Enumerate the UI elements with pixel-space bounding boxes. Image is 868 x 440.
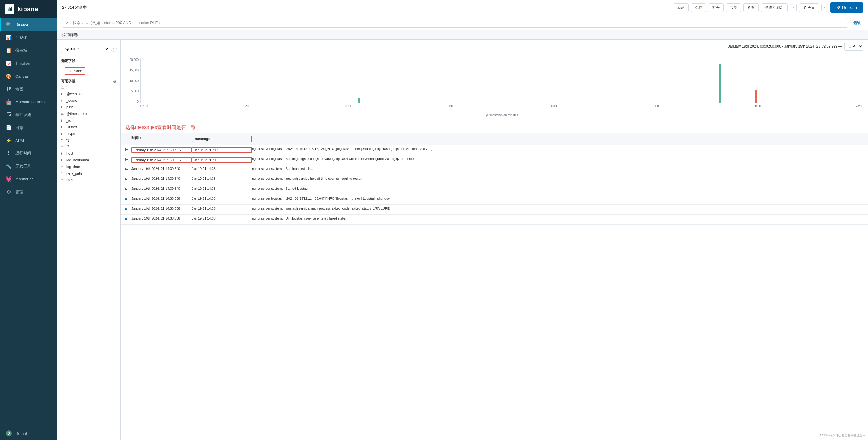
table-row: ▶ January 19th 2024, 21:14:38.638 Jan 19… (121, 195, 868, 205)
inspect-button[interactable]: 检查 (743, 3, 758, 12)
sidebar-item-logs[interactable]: 📄 日志 (0, 121, 57, 134)
table-row: ▶ January 19th 2024, 21:14:39.640 Jan 19… (121, 175, 868, 185)
time-cell-4: January 19th 2024, 21:14:39.640 (131, 177, 192, 180)
watermark: CSDN @为什么老是名字验证占用 (820, 433, 866, 438)
field-item-path[interactable]: t path (57, 104, 120, 110)
table-row-main: ▶ January 19th 2024, 21:14:39.640 Jan 19… (121, 175, 868, 184)
sidebar: kibana 🔍 Discover 📊 可视化 📋 仪表板 📈 Timelion… (0, 0, 57, 440)
sidebar-item-uptime-label: 运行时间 (16, 150, 31, 156)
field-item-f2[interactable]: ? f2 (57, 144, 120, 150)
share-button[interactable]: 共享 (726, 3, 741, 12)
sidebar-item-devtools-label: 开发工具 (16, 164, 31, 169)
chart-bar-1 (358, 98, 360, 103)
sidebar-item-default[interactable]: D Default (0, 427, 57, 440)
add-filter-button[interactable]: 添加筛选 + (62, 32, 82, 38)
index-selector: system-* ‹ (57, 42, 120, 56)
logo: kibana (0, 0, 57, 18)
sidebar-item-discover[interactable]: 🔍 Discover (0, 18, 57, 31)
time-cell-8: January 19th 2024, 21:14:38.638 (131, 216, 192, 220)
filter-bar: 添加筛选 + (57, 30, 868, 40)
sidebar-item-ml-label: Machine Learning (16, 100, 46, 104)
field-item-f1[interactable]: ? f1 (57, 137, 120, 144)
sidebar-item-monitoring-label: Monitoring (16, 177, 34, 181)
field-item-tags[interactable]: ? tags (57, 177, 120, 183)
devtools-icon: 🔧 (6, 163, 12, 169)
time-cell-3: January 19th 2024, 21:14:39.640 (131, 167, 192, 170)
apm-icon: ⚡ (6, 138, 12, 143)
selected-field-message[interactable]: message (64, 67, 85, 75)
maps-icon: 🗺 (6, 87, 12, 92)
sidebar-item-infra[interactable]: 🏗 基础设施 (0, 108, 57, 121)
refresh-button[interactable]: ↺ Refresh (830, 2, 863, 13)
toolbar: 27,614 次命中 新建 保存 打开 共享 检查 ↺ 自动刷新 ‹ ⏱ 今日 … (57, 0, 868, 15)
collapse-panel-button[interactable]: ‹ (111, 46, 117, 52)
expand-row-button[interactable]: ▶ (125, 167, 131, 171)
expand-row-button[interactable]: ▶ (125, 147, 131, 151)
content-cell-7: nginx-server systemd: logstash.service: … (252, 207, 863, 210)
discover-icon: 🔍 (6, 22, 12, 27)
sidebar-item-ml[interactable]: 🤖 Machine Learning (0, 96, 57, 108)
field-item-type[interactable]: t _type (57, 130, 120, 137)
field-item-new-path[interactable]: ? new_path (57, 170, 120, 177)
field-item-id[interactable]: t _id (57, 117, 120, 124)
expand-row-button[interactable]: ▶ (125, 217, 131, 221)
logs-icon: 📄 (6, 125, 12, 130)
sidebar-item-timelion[interactable]: 📈 Timelion (0, 57, 57, 70)
table-row-main: ▶ January 19th 2024, 21:15:17.765 Jan 19… (121, 145, 868, 155)
content-area: system-* ‹ 选定字段 message 可用字段 ⚙ 常用 t @ver… (57, 40, 868, 440)
field-item-log-hostname[interactable]: t log_hostname (57, 157, 120, 164)
sidebar-item-uptime[interactable]: ⏱ 运行时间 (0, 147, 57, 160)
message-header: message (192, 136, 252, 142)
sidebar-item-apm[interactable]: ⚡ APM (0, 134, 57, 147)
sidebar-item-monitoring[interactable]: 💓 Monitoring (0, 173, 57, 185)
hit-count: 27,614 次命中 (62, 5, 87, 10)
field-item-log-time[interactable]: ? log_time (57, 164, 120, 170)
field-item-version[interactable]: t @version (57, 91, 120, 97)
content-cell-2: nginx-server logstash: Sending Logstash … (252, 157, 863, 161)
field-item-score[interactable]: # _score (57, 97, 120, 104)
content-cell-4: nginx-server systemd: logstash.service h… (252, 177, 863, 180)
expand-row-button[interactable]: ▶ (125, 187, 131, 191)
sidebar-item-dashboard-label: 仪表板 (16, 48, 27, 53)
time-cell-6: January 19th 2024, 21:14:38.638 (131, 197, 192, 200)
field-item-timestamp[interactable]: ◎ @timestamp (57, 110, 120, 117)
open-button[interactable]: 打开 (709, 3, 723, 12)
next-button[interactable]: › (821, 4, 828, 11)
table-row-main: ▶ January 19th 2024, 21:15:11.750 Jan 19… (121, 155, 868, 165)
time-cell-5: January 19th 2024, 21:14:39.640 (131, 187, 192, 190)
dashboard-icon: 📋 (6, 47, 12, 53)
content-cell-1: nginx-server logstash: [2024-01-19T21:15… (252, 147, 863, 150)
field-item-index[interactable]: t _index (57, 124, 120, 130)
sidebar-item-default-label: Default (16, 431, 28, 436)
auto-refresh-button[interactable]: ↺ 自动刷新 (761, 3, 787, 12)
search-options-button[interactable]: 选项 (850, 20, 863, 26)
table-row-main: ▶ January 19th 2024, 21:14:39.640 Jan 19… (121, 185, 868, 195)
search-input[interactable] (62, 18, 848, 28)
sidebar-item-apm-label: APM (16, 138, 24, 143)
expand-row-button[interactable]: ▶ (125, 197, 131, 201)
sidebar-item-maps[interactable]: 🗺 地图 (0, 83, 57, 96)
save-button[interactable]: 保存 (691, 3, 706, 12)
expand-row-button[interactable]: ▶ (125, 177, 131, 181)
sidebar-item-devtools[interactable]: 🔧 开发工具 (0, 160, 57, 173)
date-range-text: January 19th 2024, 00:00:00.000 - Januar… (728, 44, 842, 48)
new-button[interactable]: 新建 (674, 3, 689, 12)
sidebar-item-management[interactable]: ⚙ 管理 (0, 185, 57, 199)
sidebar-item-canvas[interactable]: 🎨 Canvas (0, 70, 57, 83)
clock-today-button[interactable]: ⏱ 今日 (799, 3, 819, 12)
monitoring-icon: 💓 (6, 176, 12, 182)
expand-row-button[interactable]: ▶ (125, 207, 131, 210)
date-auto-select[interactable]: 自动 (844, 42, 863, 50)
msg-cell-3: Jan 19 21:14:38 (192, 167, 252, 170)
sidebar-item-dashboard[interactable]: 📋 仪表板 (0, 44, 57, 57)
sidebar-item-visualize[interactable]: 📊 可视化 (0, 31, 57, 44)
table-header: 时间 ↕ message (121, 133, 868, 145)
right-panel: January 19th 2024, 00:00:00.000 - Januar… (121, 40, 868, 440)
chart-area: 20,000 15,000 10,000 5,000 0 (121, 53, 868, 122)
settings-icon[interactable]: ⚙ (113, 79, 117, 84)
prev-button[interactable]: ‹ (790, 4, 797, 11)
field-item-host[interactable]: t host (57, 150, 120, 157)
index-select[interactable]: system-* (61, 44, 110, 53)
expand-row-button[interactable]: ▶ (125, 158, 131, 161)
msg-cell-6: Jan 19 21:14:38 (192, 197, 252, 200)
